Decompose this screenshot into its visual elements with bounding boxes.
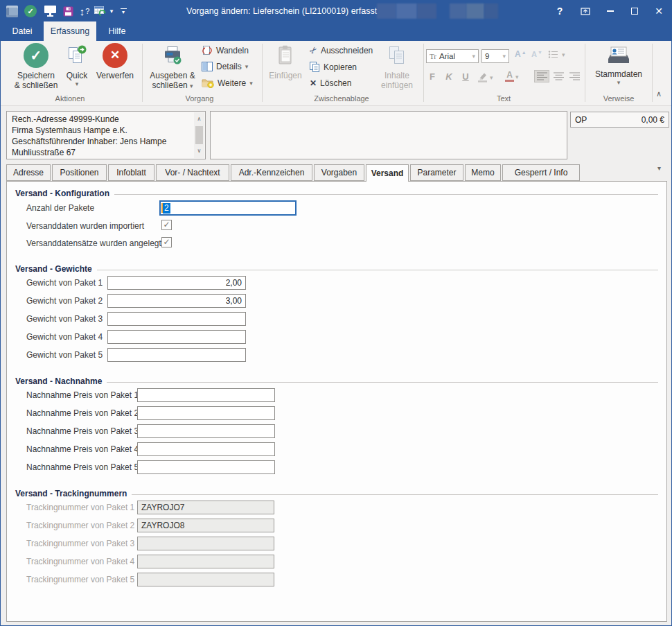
wandeln-icon [202, 45, 213, 56]
stammdaten-icon [590, 43, 648, 67]
menu-tab-datei[interactable]: Datei [6, 21, 38, 41]
scrollbar-thumb[interactable] [195, 126, 203, 144]
monitor-icon[interactable] [41, 1, 59, 21]
tab-gesperrt-info[interactable]: Gesperrt / Info [502, 164, 580, 181]
nachnahme-5-input[interactable] [137, 460, 275, 474]
loeschen-button[interactable]: ✕ Löschen [310, 78, 351, 88]
nachnahme-2-input[interactable] [137, 406, 275, 420]
list-button: ▾ [548, 50, 565, 59]
font-family-select[interactable]: Tr Arial ▾ [426, 49, 479, 63]
dropdown-icon: ▾ [502, 53, 506, 60]
details-button[interactable]: Details ▾ [202, 62, 248, 71]
menubar: Datei Erfassung Hilfe [1, 21, 672, 41]
kopieren-button[interactable]: Kopieren [310, 62, 357, 73]
gewicht-1-input[interactable] [107, 276, 246, 290]
tracking-4-input [137, 555, 274, 568]
nachnahme-1-input[interactable] [137, 388, 275, 402]
save-close-quickaccess-icon[interactable]: ✓ [21, 1, 39, 21]
align-left-button[interactable] [534, 70, 549, 82]
ribbon: ✓ Speichern & schließen Quick ▾ ✕ V [1, 41, 672, 106]
op-label: OP [575, 115, 587, 125]
tab-memo[interactable]: Memo [465, 164, 501, 181]
anzahl-pakete-input[interactable]: 2 [159, 200, 297, 216]
font-color-button: A ▾ [505, 71, 519, 82]
tab-positionen[interactable]: Positionen [52, 164, 107, 181]
dock-window-button[interactable] [576, 1, 595, 21]
section-header-tracking: Versand - Trackingnummern [15, 489, 658, 498]
section-header-gewichte: Versand - Gewichte [15, 264, 658, 274]
verwerfen-button[interactable]: ✕ Verwerfen [91, 43, 139, 80]
maximize-button[interactable] [625, 1, 644, 21]
speichern-schliessen-button[interactable]: ✓ Speichern & schließen [6, 43, 66, 90]
address-summary-box[interactable]: Rech.-Adresse 49999-Kunde Firma Systemha… [6, 111, 206, 159]
weitere-button[interactable]: Weitere ▾ [202, 78, 253, 88]
stammdaten-button[interactable]: Stammdaten ▾ [590, 43, 648, 86]
underline-button: U [459, 71, 472, 82]
wandeln-button[interactable]: Wandeln [202, 45, 249, 56]
align-center-button[interactable] [551, 70, 566, 82]
app-icon [3, 1, 20, 21]
address-line: Rech.-Adresse 49999-Kunde [12, 114, 191, 125]
tab-vorgaben[interactable]: Vorgaben [314, 164, 364, 181]
quick-icon [63, 43, 91, 68]
redacted-text [396, 3, 417, 19]
gewicht-3-label: Gewicht von Paket 3 [26, 314, 103, 324]
nachnahme-3-label: Nachnahme Preis von Paket 3 [26, 426, 139, 436]
save-icon[interactable] [60, 1, 76, 21]
tab-overflow-dropdown[interactable]: ▾ [657, 164, 661, 172]
tracking-3-label: Trackingnummer von Paket 3 [26, 539, 134, 548]
tracking-5-input [137, 573, 274, 586]
tab-vor-nachtext[interactable]: Vor- / Nachtext [156, 164, 229, 181]
tracking-2-label: Trackingnummer von Paket 2 [26, 521, 134, 530]
minimize-button[interactable] [601, 1, 620, 21]
highlighter-icon [477, 72, 488, 82]
align-right-button[interactable] [567, 70, 582, 82]
font-icon: Tr [430, 52, 436, 60]
einfuegen-button: Einfügen [265, 43, 306, 80]
details-icon [202, 62, 213, 71]
quick-button[interactable]: Quick ▾ [63, 43, 91, 87]
dropdown-icon: ▾ [590, 79, 648, 86]
decrease-font-button: A▼ [531, 50, 542, 58]
check-circle-icon: ✓ [24, 43, 48, 68]
info-box-empty [210, 111, 567, 159]
tab-adresse[interactable]: Adresse [6, 164, 51, 181]
font-size-select[interactable]: 9 ▾ [481, 49, 509, 63]
ausgeben-schliessen-button[interactable]: Ausgeben & schließen ▾ [146, 43, 199, 90]
table-refresh-icon[interactable] [92, 1, 107, 21]
scroll-up-icon[interactable]: ∧ [197, 114, 202, 125]
group-label-text: Text [462, 94, 545, 103]
close-button[interactable]: ✕ [649, 1, 669, 21]
italic-button: K [443, 71, 455, 82]
anzahl-pakete-label: Anzahl der Pakete [26, 203, 94, 213]
nachnahme-4-input[interactable] [137, 442, 275, 456]
gewicht-4-input[interactable] [107, 330, 246, 344]
collapse-ribbon-button[interactable]: ∧ [656, 89, 662, 98]
tab-versand[interactable]: Versand [366, 164, 409, 182]
nachnahme-3-input[interactable] [137, 424, 275, 438]
redacted-text [450, 3, 466, 19]
gewicht-2-input[interactable] [107, 294, 246, 308]
help-button[interactable]: ? [550, 1, 569, 21]
updown-help-icon[interactable]: ↕? [76, 1, 94, 21]
quickaccess-customize-icon[interactable]: ▾ [117, 1, 130, 21]
dropdown-icon: ▾ [472, 53, 475, 60]
scroll-down-icon[interactable]: ∨ [197, 146, 202, 157]
tracking-1-label: Trackingnummer von Paket 1 [26, 503, 134, 512]
menu-tab-erfassung[interactable]: Erfassung [44, 21, 96, 41]
nachnahme-1-label: Nachnahme Preis von Paket 1 [26, 390, 139, 400]
weitere-icon [202, 78, 214, 88]
gewicht-3-input[interactable] [107, 312, 246, 326]
chevron-down-icon[interactable]: ▾ [107, 1, 116, 21]
gewicht-5-input[interactable] [107, 348, 246, 362]
address-line: Muhliusstraße 67 [12, 147, 191, 158]
scissors-icon: ✂ [307, 44, 319, 56]
tab-adr-kennzeichen[interactable]: Adr.-Kennzeichen [231, 164, 312, 181]
ausschneiden-button[interactable]: ✂ Ausschneiden [310, 45, 373, 55]
tab-parameter[interactable]: Parameter [410, 164, 463, 181]
menu-tab-hilfe[interactable]: Hilfe [102, 21, 132, 41]
tab-infoblatt[interactable]: Infoblatt [108, 164, 154, 181]
redacted-text [417, 3, 436, 19]
address-scrollbar[interactable]: ∧ ∨ [194, 112, 204, 158]
gewicht-2-label: Gewicht von Paket 2 [26, 296, 103, 306]
